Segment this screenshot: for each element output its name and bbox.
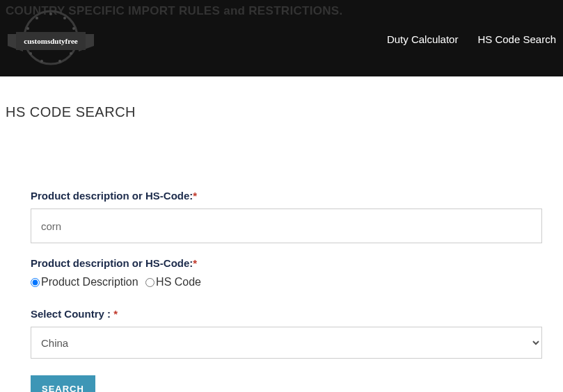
required-mark-3: * <box>113 308 118 320</box>
country-select[interactable]: China <box>31 327 542 359</box>
label-country-text: Select Country : <box>31 308 113 320</box>
required-mark: * <box>193 190 197 202</box>
radio-hs-code-label[interactable]: HS Code <box>145 276 201 288</box>
radio-hs-code[interactable] <box>145 278 154 287</box>
svg-point-11 <box>35 17 38 19</box>
radio-product-text: Product Description <box>41 276 138 288</box>
page-title: HS CODE SEARCH <box>6 104 563 120</box>
radio-group-search-type: Product Description HS Code <box>31 276 542 288</box>
search-button[interactable]: SEARCH <box>31 375 95 392</box>
nav-hs-code-search[interactable]: HS Code Search <box>477 33 556 45</box>
product-description-input[interactable] <box>31 209 542 243</box>
radio-hscode-text: HS Code <box>156 276 201 288</box>
svg-point-10 <box>26 27 29 30</box>
label-select-country: Select Country : * <box>31 308 542 320</box>
svg-point-6 <box>58 60 61 63</box>
required-mark-2: * <box>193 257 197 269</box>
label-product-description: Product description or HS-Code:* <box>31 190 542 202</box>
svg-point-7 <box>40 60 43 63</box>
radio-product-description-label[interactable]: Product Description <box>31 276 138 288</box>
svg-point-2 <box>63 17 66 19</box>
top-nav: Duty Calculator HS Code Search <box>387 33 556 45</box>
svg-point-8 <box>29 52 32 55</box>
svg-point-3 <box>72 27 75 30</box>
label-search-type-text: Product description or HS-Code: <box>31 257 193 269</box>
label-product-text: Product description or HS-Code: <box>31 190 193 202</box>
radio-product-description[interactable] <box>31 278 40 287</box>
logo-text: customsdutyfree <box>24 37 78 45</box>
svg-point-5 <box>70 52 72 55</box>
nav-duty-calculator[interactable]: Duty Calculator <box>387 33 459 45</box>
logo-badge-icon: customsdutyfree <box>6 10 96 65</box>
label-search-type: Product description or HS-Code:* <box>31 257 542 269</box>
svg-point-1 <box>49 13 52 15</box>
site-logo[interactable]: customsdutyfree <box>6 10 96 65</box>
header: COUNTRY SPECIFIC IMPORT RULES and RESTRI… <box>0 0 563 76</box>
search-form: Product description or HS-Code:* Product… <box>0 120 563 392</box>
